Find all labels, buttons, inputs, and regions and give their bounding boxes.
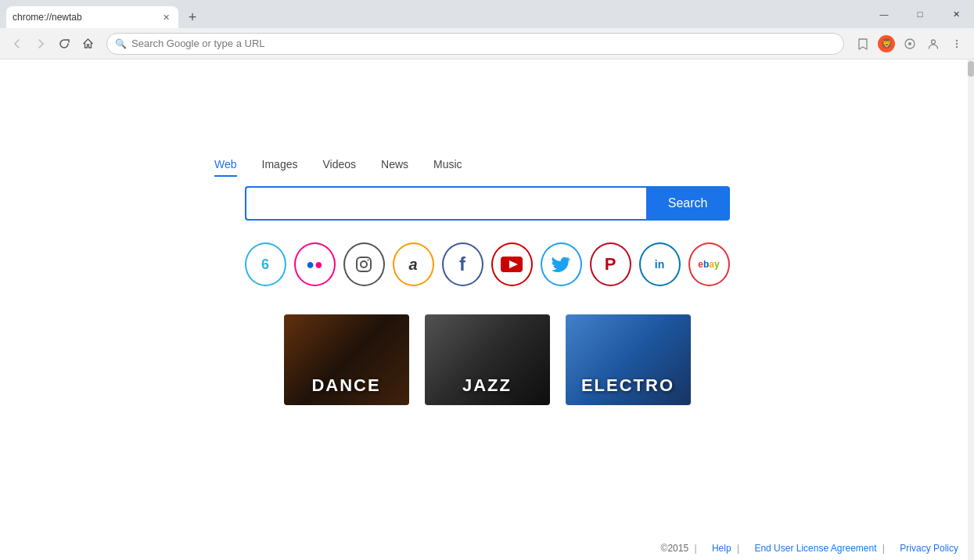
instagram-icon[interactable]: [343, 242, 385, 286]
footer-eula-link[interactable]: End User License Agreement: [754, 543, 876, 554]
search-input[interactable]: [245, 186, 646, 221]
page-content: Web Images Videos News Music Search 6: [0, 59, 974, 560]
youtube-icon[interactable]: [491, 242, 533, 286]
forward-button[interactable]: [30, 33, 52, 55]
nav-right-icons: 🦁: [852, 33, 968, 55]
tab-music[interactable]: Music: [421, 153, 475, 175]
search-button[interactable]: Search: [646, 186, 730, 221]
new-tab-button[interactable]: +: [182, 6, 203, 28]
search-box-row: Search: [245, 186, 730, 221]
svg-point-7: [361, 261, 367, 267]
profile-icon[interactable]: [922, 33, 944, 55]
address-text: Search Google or type a URL: [131, 38, 836, 49]
nav-bar: 🔍 Search Google or type a URL 🦁: [0, 28, 974, 59]
footer-privacy-link[interactable]: Privacy Policy: [900, 543, 958, 554]
page-main: Web Images Videos News Music Search 6: [0, 153, 974, 436]
amazon-icon[interactable]: a: [393, 242, 434, 286]
linkedin-icon[interactable]: in: [639, 242, 681, 286]
title-bar: chrome://newtab ✕ + — □ ✕: [0, 0, 974, 28]
bookmark-icon[interactable]: [852, 33, 874, 55]
svg-point-3: [956, 39, 958, 41]
search-tabs: Web Images Videos News Music: [211, 153, 475, 175]
tab-videos[interactable]: Videos: [310, 153, 368, 175]
svg-point-4: [956, 42, 958, 44]
back-button[interactable]: [6, 33, 28, 55]
footer-sep-1: |: [694, 543, 696, 554]
tab-title: chrome://newtab: [13, 12, 160, 23]
scrollbar[interactable]: [968, 59, 974, 560]
tab-web[interactable]: Web: [211, 153, 250, 175]
tab-news[interactable]: News: [368, 153, 421, 175]
music-card-dance[interactable]: DANCE: [284, 314, 409, 405]
music-cards-row: DANCE JAZZ ELECTRO: [214, 314, 761, 405]
extensions-icon[interactable]: [899, 33, 921, 55]
window-controls: — □ ✕: [866, 0, 974, 28]
copyright: ©2015: [661, 543, 689, 554]
maximize-button[interactable]: □: [902, 0, 938, 28]
ebay-icon[interactable]: ebay: [688, 242, 730, 286]
dance-label: DANCE: [284, 375, 409, 396]
music-card-electro[interactable]: ELECTRO: [566, 314, 691, 405]
svg-point-8: [368, 260, 369, 261]
minimize-button[interactable]: —: [866, 0, 902, 28]
social-icons-row: 6 ●● a f: [245, 242, 730, 286]
jazz-label: JAZZ: [425, 375, 550, 396]
music-card-jazz[interactable]: JAZZ: [425, 314, 550, 405]
flickr-icon[interactable]: ●●: [294, 242, 336, 286]
page-footer: ©2015 | Help | End User License Agreemen…: [0, 537, 974, 560]
svg-point-5: [956, 45, 958, 47]
svg-point-1: [908, 42, 911, 45]
reload-button[interactable]: [53, 33, 75, 55]
electro-label: ELECTRO: [566, 375, 691, 396]
close-button[interactable]: ✕: [938, 0, 974, 28]
footer-sep-3: |: [882, 543, 885, 554]
6tag-icon[interactable]: 6: [245, 242, 286, 286]
twitter-icon[interactable]: [541, 242, 582, 286]
menu-icon[interactable]: [946, 33, 968, 55]
search-icon: 🔍: [115, 38, 127, 49]
scrollbar-thumb[interactable]: [968, 61, 974, 77]
svg-rect-6: [357, 257, 371, 271]
tab-strip: chrome://newtab ✕ +: [0, 0, 203, 28]
svg-point-2: [932, 40, 936, 44]
address-bar[interactable]: 🔍 Search Google or type a URL: [106, 33, 844, 55]
tab-images[interactable]: Images: [250, 153, 311, 175]
footer-help-link[interactable]: Help: [712, 543, 731, 554]
search-section: Web Images Videos News Music Search 6: [0, 153, 974, 405]
active-tab[interactable]: chrome://newtab ✕: [6, 6, 178, 28]
facebook-icon[interactable]: f: [442, 242, 483, 286]
brave-shield-icon[interactable]: 🦁: [875, 33, 897, 55]
footer-sep-2: |: [737, 543, 739, 554]
pinterest-icon[interactable]: P: [590, 242, 631, 286]
browser-frame: chrome://newtab ✕ + — □ ✕ 🔍 Search Googl…: [0, 0, 974, 560]
home-button[interactable]: [77, 33, 99, 55]
tab-close-button[interactable]: ✕: [160, 11, 172, 23]
